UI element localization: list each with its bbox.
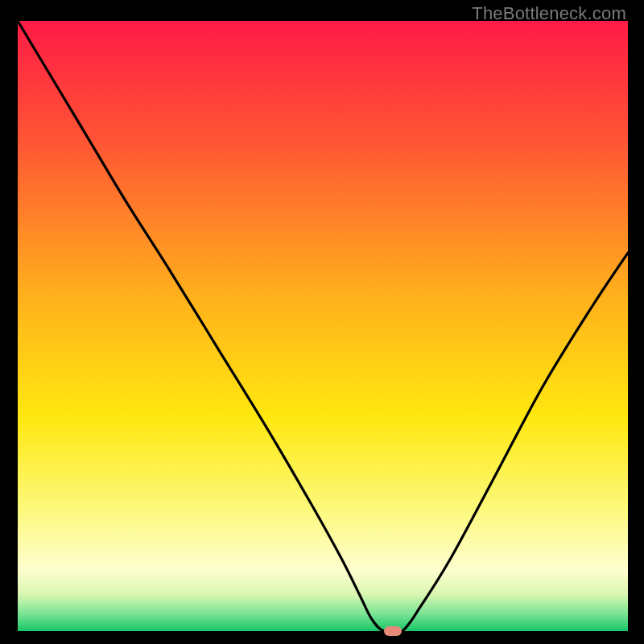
bottleneck-curve bbox=[18, 21, 628, 631]
minimum-marker bbox=[384, 626, 402, 636]
chart-frame: TheBottleneck.com bbox=[0, 0, 644, 644]
plot-area bbox=[18, 21, 628, 631]
